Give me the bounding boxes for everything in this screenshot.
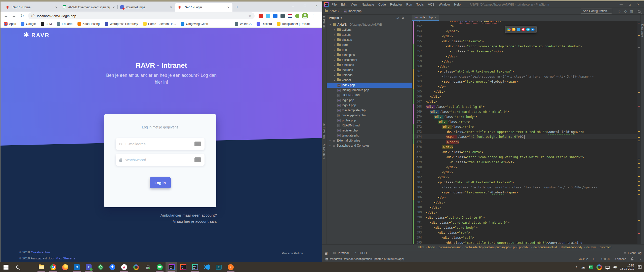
run-icon[interactable]: ▷ — [619, 9, 621, 13]
code-line-362[interactable]: 362<!--span class="text-success mr-2"><i… — [412, 74, 637, 79]
database-tool-button[interactable]: Database — [641, 24, 644, 37]
tree-item-mailtemplate-php[interactable]: phpmailTemplate.php — [327, 108, 412, 113]
tree-item-fullcalendar[interactable]: ▸fullcalendar — [327, 57, 412, 62]
code-editor[interactable]: 351echo $statement->rowCount();352?>353<… — [412, 21, 637, 244]
code-line-368[interactable]: 368<div class="col-xl-3 col-lg-6"> — [412, 104, 637, 109]
address-bar[interactable]: ⓘ localhost/ANWB/login.php ☆ — [28, 12, 255, 19]
tree-item-login-php[interactable]: phplogin.php — [327, 98, 412, 103]
ide-maximize-button[interactable]: □ — [625, 1, 634, 8]
breadcrumb-item[interactable]: div.header-body — [561, 246, 582, 249]
code-line-369[interactable]: 369<div class="card card-stats mb-4 mb-x… — [412, 109, 637, 114]
code-line-379[interactable]: 379<i class="fas fa-user-shield"></i> — [412, 159, 637, 164]
code-line-374[interactable]: 374<span class="h2 font-weight-bold mb-0… — [412, 134, 637, 139]
code-line-356[interactable]: 356<div class="icon icon-shape bg-danger… — [412, 44, 637, 49]
line-separator[interactable]: LF — [593, 257, 596, 260]
nav-root[interactable]: ANWB — [330, 9, 339, 13]
code-line-367[interactable]: 367</div> — [412, 99, 637, 104]
creative-tim-link[interactable]: Creative Tim — [31, 250, 50, 254]
code-line-392[interactable]: 392<div class="card-body"> — [412, 225, 637, 230]
tool-stripe-structure[interactable]: 7: Structure — [323, 144, 326, 159]
edge-browser-icon[interactable]: e — [531, 28, 535, 31]
error-stripe-mark[interactable] — [638, 92, 640, 93]
tree-item-readme-md[interactable]: ≡README.md — [327, 123, 412, 128]
collapse-arrow-icon[interactable]: ▸ — [333, 49, 336, 51]
tree-item-docs[interactable]: ▸docs — [327, 47, 412, 52]
email-field[interactable] — [126, 142, 191, 146]
bookmark-item[interactable]: Eduarte — [57, 22, 72, 26]
reload-button[interactable]: ↻ — [19, 12, 26, 19]
tree-item-license-md[interactable]: ≡LICENSE.md — [327, 93, 412, 98]
tool-stripe-project[interactable]: 1: Project — [323, 16, 326, 28]
collapse-arrow-icon[interactable]: ▸ — [333, 64, 336, 66]
code-line-363[interactable]: 363<span class="text-nowrap">Globaal</sp… — [412, 79, 637, 84]
collapse-arrow-icon[interactable]: ▸ — [333, 79, 336, 81]
ide-minimize-button[interactable]: — — [617, 1, 625, 8]
code-line-389[interactable]: 389</div> — [412, 210, 637, 215]
resize-grip[interactable] — [638, 258, 641, 260]
taskbar-firefox[interactable] — [59, 262, 71, 272]
taskbar-browser-ring[interactable] — [130, 262, 142, 272]
onedrive-icon[interactable]: ☁ — [581, 265, 585, 269]
taskbar-spotify[interactable] — [154, 262, 166, 272]
collapse-arrow-icon[interactable]: ▸ — [333, 74, 336, 76]
tree-item-uploads[interactable]: ▸uploads — [327, 73, 412, 78]
code-line-384[interactable]: 384<!--span class="text-danger mr-2"><i … — [412, 185, 637, 190]
code-line-366[interactable]: 366</div> — [412, 94, 637, 99]
code-line-357[interactable]: 357<i class="fas fa-users"></i> — [412, 49, 637, 54]
page-info-icon[interactable]: ⓘ — [31, 14, 34, 18]
readonly-lock-icon[interactable] — [631, 259, 633, 260]
code-line-370[interactable]: 370<div class="card-body"> — [412, 114, 637, 119]
code-line-385[interactable]: 385<span class="text-nowrap">Globaal</sp… — [412, 190, 637, 195]
code-line-358[interactable]: 358</div> — [412, 54, 637, 59]
taskbar-maps-pin[interactable] — [106, 262, 118, 272]
chevron-up-icon[interactable]: ∧ — [576, 265, 578, 269]
tree-item-leiding-template-php[interactable]: phpleiding-template.php — [327, 88, 412, 93]
collapse-arrow-icon[interactable]: ▸ — [329, 144, 332, 147]
error-stripe-mark[interactable] — [638, 106, 640, 107]
error-stripe-mark[interactable] — [638, 181, 640, 182]
privacy-policy-link[interactable]: Privacy Policy — [282, 251, 303, 255]
error-stripe-mark[interactable] — [638, 220, 640, 221]
tree-item-classes[interactable]: ▸classes — [327, 37, 412, 42]
bookmark-item[interactable]: Home - 2lemon Ho... — [143, 22, 176, 26]
tree-item-core[interactable]: ▸core — [327, 42, 412, 47]
tree-item-includes[interactable]: ▸includes — [327, 67, 412, 73]
tree-item-assets[interactable]: ▸assets — [327, 32, 412, 37]
code-line-378[interactable]: 378<div class="icon icon-shape bg-warnin… — [412, 154, 637, 159]
forward-button[interactable]: → — [11, 12, 18, 19]
tree-item-logout-php[interactable]: phplogout.php — [327, 103, 412, 108]
no-account-question[interactable]: Ambulancier maar geen account? — [160, 212, 217, 218]
grid-icon[interactable]: ▦ — [630, 9, 633, 13]
code-line-394[interactable]: 394<div class="col"> — [412, 235, 637, 240]
debug-icon[interactable]: ◇ — [624, 9, 627, 13]
tab-close-icon[interactable]: × — [169, 5, 173, 9]
collapse-arrow-icon[interactable]: ▸ — [333, 44, 336, 46]
bookmark-item[interactable]: KaasHosting — [77, 22, 100, 26]
opera-browser-icon[interactable] — [521, 28, 525, 31]
tree-root-anwb[interactable]: ▾ANWBD:\xampp\htdocs\ANWB — [327, 22, 412, 27]
menu-view[interactable]: View — [351, 3, 357, 6]
code-line-391[interactable]: 391<div class="card card-stats mb-4 mb-x… — [412, 220, 637, 225]
menu-refactor[interactable]: Refactor — [390, 3, 402, 6]
request-account-link[interactable]: Vraag hier je account aan. — [160, 218, 217, 224]
ext-red[interactable] — [259, 14, 263, 18]
firefox-browser-icon[interactable] — [512, 28, 515, 31]
taskbar-datagrip[interactable]: DG — [189, 262, 201, 272]
taskbar-vscode[interactable] — [201, 262, 213, 272]
error-stripe-mark[interactable] — [638, 194, 640, 195]
bookmark-item[interactable]: Discord — [257, 22, 272, 26]
code-line-387[interactable]: 387</div> — [412, 200, 637, 205]
menu-window[interactable]: Window — [439, 3, 450, 6]
code-line-351[interactable]: 351echo $statement->rowCount(); — [412, 21, 637, 23]
taskbar-lock-sync[interactable] — [142, 262, 154, 272]
menu-vcs[interactable]: VCS — [428, 3, 434, 6]
taskbar-outlook[interactable]: O — [71, 262, 83, 272]
add-configuration-button[interactable]: Add Configuration... — [580, 9, 612, 14]
safari-browser-icon[interactable] — [517, 28, 520, 31]
code-line-364[interactable]: 364</p> — [412, 84, 637, 89]
tab-close-icon[interactable]: × — [434, 16, 436, 19]
error-stripe-mark[interactable] — [638, 47, 640, 48]
code-line-361[interactable]: 361<p class="mt-3 mb-0 text-muted text-s… — [412, 69, 637, 74]
close-button[interactable]: × — [311, 2, 322, 10]
new-tab-button[interactable]: + — [234, 4, 240, 10]
